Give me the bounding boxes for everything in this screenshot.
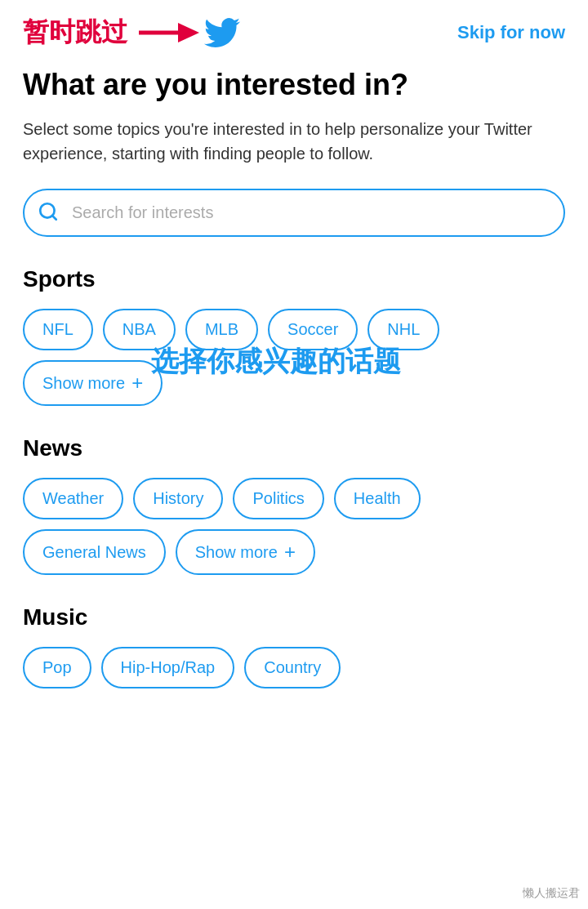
chip-general-news[interactable]: General News: [23, 529, 166, 575]
sports-chips: NFL NBA MLB Soccer NHL Show more +: [23, 309, 565, 406]
music-section: Music Pop Hip-Hop/Rap Country: [23, 604, 565, 688]
chip-politics[interactable]: Politics: [233, 478, 323, 519]
chip-mlb[interactable]: MLB: [185, 309, 258, 350]
news-section-title: News: [23, 435, 565, 461]
watermark: 懒人搬运君: [523, 886, 580, 901]
news-chips: Weather History Politics Health General …: [23, 478, 565, 575]
arrow-area: [136, 15, 243, 51]
chip-nhl[interactable]: NHL: [368, 309, 439, 350]
news-show-more-button[interactable]: Show more +: [176, 529, 315, 575]
music-chips: Pop Hip-Hop/Rap Country: [23, 647, 565, 688]
chinese-skip-label: 暂时跳过: [23, 15, 127, 51]
page-description: Select some topics you're interested in …: [23, 117, 565, 166]
sports-show-more-button[interactable]: Show more +: [23, 360, 163, 406]
page-title: What are you interested in?: [23, 67, 565, 102]
chip-health[interactable]: Health: [334, 478, 421, 519]
red-arrow-icon: [136, 15, 201, 51]
chip-soccer[interactable]: Soccer: [268, 309, 358, 350]
sports-section: Sports NFL NBA MLB Soccer NHL Show more …: [23, 266, 565, 406]
search-icon: [38, 201, 59, 225]
chip-weather[interactable]: Weather: [23, 478, 123, 519]
chip-nfl[interactable]: NFL: [23, 309, 93, 350]
svg-line-3: [52, 216, 56, 220]
plus-icon-news: +: [284, 541, 296, 564]
sports-section-title: Sports: [23, 266, 565, 292]
chip-nba[interactable]: NBA: [103, 309, 176, 350]
header: 暂时跳过 Skip for now: [0, 0, 588, 59]
header-left: 暂时跳过: [23, 15, 243, 51]
svg-marker-1: [178, 23, 199, 42]
news-section: News Weather History Politics Health Gen…: [23, 435, 565, 575]
chip-history[interactable]: History: [133, 478, 223, 519]
music-section-title: Music: [23, 604, 565, 631]
search-input[interactable]: [23, 189, 565, 237]
chip-country[interactable]: Country: [244, 647, 341, 688]
chip-hiphop-rap[interactable]: Hip-Hop/Rap: [101, 647, 235, 688]
chip-pop[interactable]: Pop: [23, 647, 91, 688]
twitter-bird-icon: [204, 15, 240, 51]
plus-icon: +: [131, 372, 143, 394]
skip-for-now-link[interactable]: Skip for now: [457, 22, 565, 43]
search-container: [23, 189, 565, 237]
main-content: What are you interested in? Select some …: [0, 59, 588, 734]
